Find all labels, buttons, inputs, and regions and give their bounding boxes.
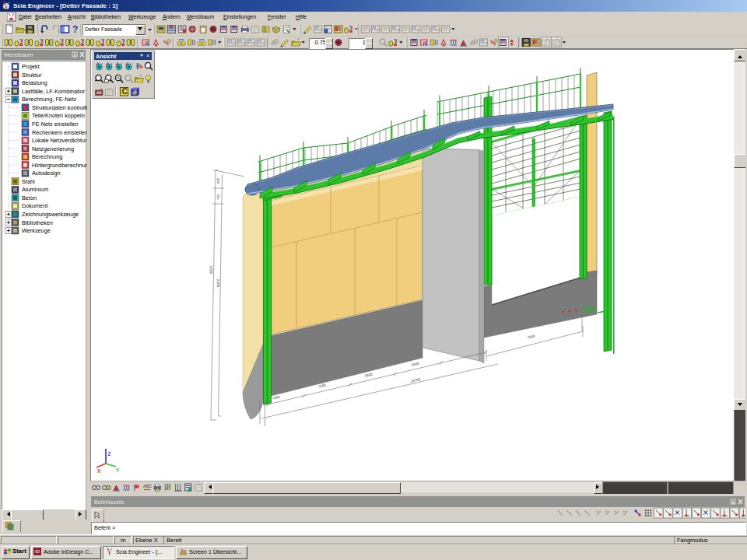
svg-text:14700: 14700	[410, 377, 421, 383]
svg-text:Netzgenerierung: Netzgenerierung	[32, 145, 74, 152]
svg-text:Dokument: Dokument	[22, 202, 47, 209]
svg-text:Werkzeuge: Werkzeuge	[22, 227, 51, 234]
svg-text:X: X	[97, 468, 101, 474]
svg-text:Projekt: Projekt	[22, 63, 40, 70]
svg-text:Autodesign: Autodesign	[32, 170, 61, 177]
svg-text:Strukturdaten kontrolli: Strukturdaten kontrolli	[32, 104, 87, 111]
svg-text:Rechenkern einstellen: Rechenkern einstellen	[32, 129, 87, 136]
svg-text:3500: 3500	[411, 362, 420, 367]
svg-text:Stahl: Stahl	[22, 178, 35, 185]
svg-text:Lokale Netzverdichtur: Lokale Netzverdichtur	[32, 137, 87, 144]
svg-text:700: 700	[216, 194, 220, 200]
svg-text:Teile/Knoten koppeln: Teile/Knoten koppeln	[32, 112, 85, 119]
svg-text:FE-Netz einstellen: FE-Netz einstellen	[32, 121, 79, 128]
svg-text:7500: 7500	[317, 383, 327, 389]
svg-text:7200: 7200	[527, 334, 536, 340]
svg-text:Hintergrundberechnun: Hintergrundberechnun	[32, 162, 87, 169]
svg-text:Struktur: Struktur	[22, 72, 42, 79]
svg-text:900: 900	[216, 177, 220, 184]
svg-text:7600: 7600	[272, 395, 281, 401]
svg-text:Berechnung: Berechnung	[32, 153, 62, 160]
svg-text:9600: 9600	[209, 265, 213, 274]
svg-text:Berechnung, FE-Netz: Berechnung, FE-Netz	[22, 96, 77, 103]
svg-text:Bibliotheken: Bibliotheken	[22, 219, 53, 226]
svg-text:Aluminium: Aluminium	[22, 186, 48, 193]
svg-text:8200: 8200	[216, 278, 220, 287]
svg-text:Zeichnungswerkzeuge: Zeichnungswerkzeuge	[22, 211, 79, 218]
svg-text:Beton: Beton	[22, 194, 37, 201]
svg-text:Z: Z	[108, 451, 111, 457]
svg-text:Lastfälle, LF-Kombinatior: Lastfälle, LF-Kombinatior	[22, 88, 86, 95]
svg-text:3500: 3500	[364, 373, 374, 378]
svg-text:Y: Y	[116, 467, 120, 473]
svg-text:Belastung: Belastung	[22, 79, 47, 86]
